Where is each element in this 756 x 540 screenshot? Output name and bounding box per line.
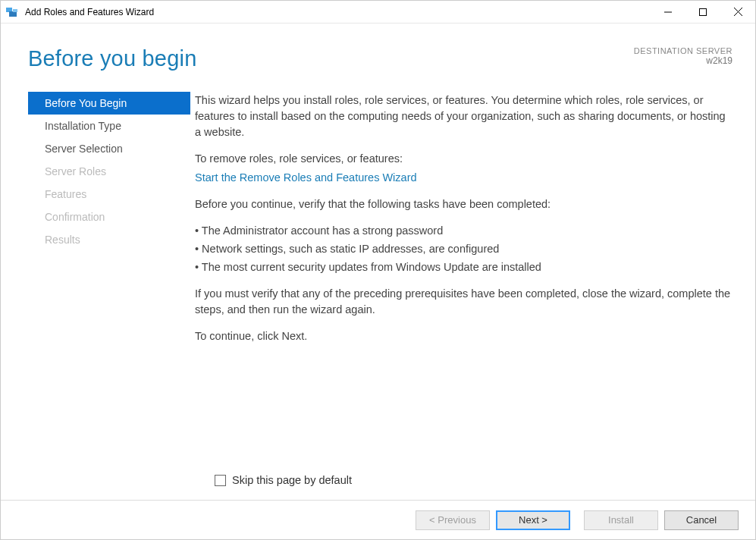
page-title: Before you begin <box>28 46 196 71</box>
maximize-button[interactable] <box>685 1 720 23</box>
prereq-list: The Administrator account has a strong p… <box>195 223 732 275</box>
prereq-item: The most current security updates from W… <box>195 259 732 275</box>
verify-intro: Before you continue, verify that the fol… <box>195 196 732 212</box>
skip-row: Skip this page by default <box>1 474 755 500</box>
skip-checkbox[interactable] <box>215 475 226 486</box>
nav-installation-type[interactable]: Installation Type <box>1 115 190 137</box>
continue-note: To continue, click Next. <box>195 328 732 344</box>
destination-server-name: w2k19 <box>634 55 732 66</box>
cancel-button[interactable]: Cancel <box>664 510 739 530</box>
remove-label: To remove roles, role services, or featu… <box>195 151 732 167</box>
svg-rect-1 <box>9 11 17 17</box>
close-note: If you must verify that any of the prece… <box>195 286 732 318</box>
remove-wizard-link[interactable]: Start the Remove Roles and Features Wiza… <box>195 171 417 184</box>
destination-block: DESTINATION SERVER w2k19 <box>634 46 732 66</box>
destination-label: DESTINATION SERVER <box>634 46 732 55</box>
nav-confirmation: Confirmation <box>1 206 190 228</box>
install-button: Install <box>584 510 658 530</box>
nav-results: Results <box>1 228 190 251</box>
close-button[interactable] <box>720 1 755 23</box>
window-title: Add Roles and Features Wizard <box>25 7 651 17</box>
sidebar: Before You Begin Installation Type Serve… <box>1 79 190 474</box>
nav-server-roles: Server Roles <box>1 160 190 183</box>
content-pane: This wizard helps you install roles, rol… <box>190 79 755 474</box>
body-area: Before You Begin Installation Type Serve… <box>1 79 755 474</box>
app-icon <box>5 5 19 19</box>
svg-rect-4 <box>700 8 707 15</box>
nav-features: Features <box>1 183 190 206</box>
nav-server-selection[interactable]: Server Selection <box>1 137 190 160</box>
minimize-button[interactable] <box>651 1 685 23</box>
next-button[interactable]: Next > <box>496 510 570 530</box>
intro-text: This wizard helps you install roles, rol… <box>195 93 732 140</box>
prereq-item: The Administrator account has a strong p… <box>195 223 732 239</box>
wizard-window: Add Roles and Features Wizard Before you… <box>0 0 756 540</box>
skip-label: Skip this page by default <box>232 474 352 486</box>
window-controls <box>651 1 755 23</box>
footer: < Previous Next > Install Cancel <box>1 500 755 539</box>
prereq-item: Network settings, such as static IP addr… <box>195 241 732 257</box>
nav-before-you-begin[interactable]: Before You Begin <box>28 92 190 115</box>
previous-button: < Previous <box>416 510 490 530</box>
titlebar: Add Roles and Features Wizard <box>1 1 755 24</box>
header-area: Before you begin DESTINATION SERVER w2k1… <box>1 24 755 79</box>
svg-rect-2 <box>13 9 17 12</box>
